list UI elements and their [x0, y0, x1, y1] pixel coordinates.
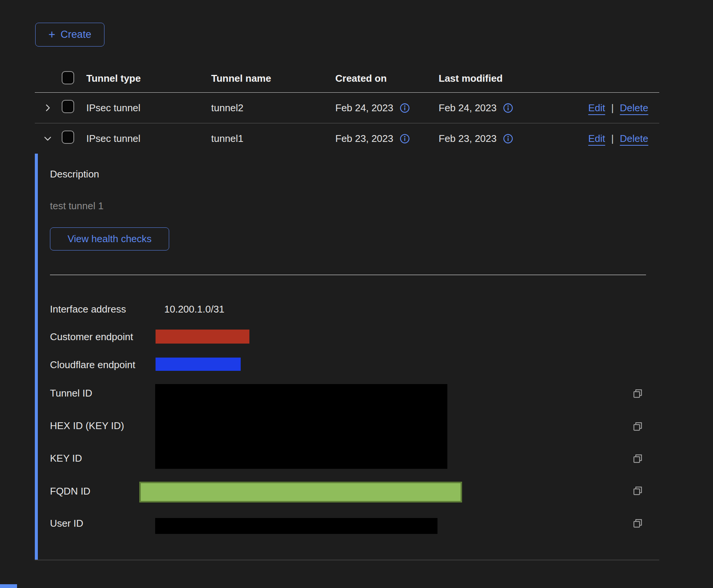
tunnels-table: Tunnel type Tunnel name Created on Last … [35, 64, 659, 560]
create-button-label: Create [61, 29, 91, 40]
created-on-value: Feb 23, 2023 [335, 133, 393, 145]
tunnel-name-cell: tunnel1 [211, 133, 335, 145]
action-separator: | [611, 102, 614, 114]
last-modified-value: Feb 23, 2023 [439, 133, 497, 145]
hex-id-label: HEX ID (KEY ID) [50, 420, 124, 432]
chevron-down-icon [43, 134, 53, 143]
header-tunnel-type: Tunnel type [86, 73, 211, 84]
copy-fqdn-id-icon[interactable] [632, 485, 643, 496]
info-icon[interactable] [400, 103, 410, 113]
interface-address-value: 10.200.1.0/31 [164, 303, 224, 315]
section-divider [50, 275, 646, 275]
info-icon[interactable] [400, 134, 410, 144]
table-row-tunnel1: IPsec tunnel tunnel1 Feb 23, 2023 Feb 23… [35, 123, 659, 154]
cloudflare-endpoint-label: Cloudflare endpoint [50, 359, 135, 371]
copy-user-id-icon[interactable] [632, 518, 643, 529]
header-tunnel-name: Tunnel name [211, 73, 335, 84]
ids-redacted-value [155, 384, 447, 469]
key-id-label: KEY ID [50, 452, 82, 464]
plus-icon: + [48, 29, 55, 40]
copy-tunnel-id-icon[interactable] [632, 388, 643, 399]
created-on-value: Feb 24, 2023 [335, 102, 393, 114]
edit-link[interactable]: Edit [588, 133, 605, 145]
tunnels-content: + Create Tunnel type Tunnel name Created… [35, 23, 659, 560]
expanded-accent-bar [35, 154, 38, 560]
copy-hex-id-icon[interactable] [632, 421, 643, 432]
action-separator: | [611, 133, 614, 145]
table-header-row: Tunnel type Tunnel name Created on Last … [35, 64, 659, 93]
fqdn-id-redacted-value [139, 482, 462, 502]
customer-endpoint-redacted-value [156, 330, 249, 344]
info-icon[interactable] [503, 134, 513, 144]
row-checkbox[interactable] [62, 100, 74, 113]
delete-link[interactable]: Delete [620, 102, 648, 114]
create-button[interactable]: + Create [35, 23, 104, 47]
interface-address-label: Interface address [50, 303, 126, 315]
customer-endpoint-label: Customer endpoint [50, 331, 133, 343]
collapse-row-button[interactable] [43, 134, 53, 143]
cloudflare-endpoint-redacted-value [156, 358, 241, 371]
description-label: Description [50, 168, 99, 180]
edit-link[interactable]: Edit [588, 102, 605, 114]
select-all-checkbox[interactable] [62, 71, 74, 84]
user-id-label: User ID [50, 517, 83, 529]
view-health-checks-button[interactable]: View health checks [50, 227, 169, 250]
table-row-tunnel2: IPsec tunnel tunnel2 Feb 24, 2023 Feb 24… [35, 93, 659, 123]
expand-row-button[interactable] [43, 103, 53, 113]
chevron-right-icon [43, 103, 53, 113]
tunnel-name-cell: tunnel2 [211, 102, 335, 114]
tunnel-type-cell: IPsec tunnel [86, 133, 211, 145]
description-value: test tunnel 1 [50, 200, 104, 212]
copy-key-id-icon[interactable] [632, 453, 643, 464]
last-modified-value: Feb 24, 2023 [439, 102, 497, 114]
tunnel-id-label: Tunnel ID [50, 387, 92, 399]
header-last-modified: Last modified [439, 73, 549, 84]
header-created-on: Created on [335, 73, 439, 84]
tunnel-type-cell: IPsec tunnel [86, 102, 211, 114]
delete-link[interactable]: Delete [620, 133, 648, 145]
info-icon[interactable] [503, 103, 513, 113]
user-id-redacted-value [155, 518, 437, 534]
tunnel-details-panel: Description test tunnel 1 View health ch… [35, 154, 659, 560]
row-checkbox[interactable] [62, 131, 74, 144]
partial-element-fragment [0, 584, 17, 588]
fqdn-id-label: FQDN ID [50, 485, 90, 497]
